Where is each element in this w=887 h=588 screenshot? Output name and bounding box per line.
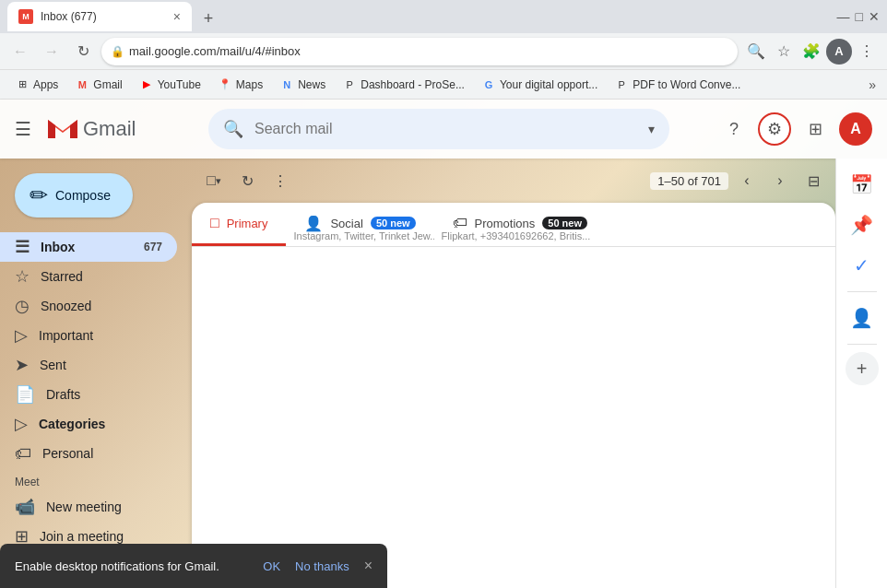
toolbar-icons: 🔍 ☆ 🧩 A ⋮ [743, 39, 880, 65]
bookmark-maps[interactable]: 📍 Maps [210, 74, 270, 96]
prev-page-button[interactable]: ‹ [732, 166, 762, 195]
notification-close-button[interactable]: × [364, 558, 373, 574]
promotions-tab-sub: Flipkart, +393401692662, Britis... [442, 230, 591, 241]
tab-primary[interactable]: □ Primary [192, 203, 286, 246]
user-avatar[interactable]: A [839, 112, 872, 146]
help-button[interactable]: ? [717, 112, 751, 146]
sidebar-item-new-meeting[interactable]: 📹 New meeting [0, 492, 177, 522]
search-dropdown-icon[interactable]: ▾ [648, 122, 655, 136]
sidebar-item-drafts[interactable]: 📄 Drafts [0, 380, 177, 409]
notification-ok-button[interactable]: OK [263, 559, 280, 573]
inbox-panel: □ Primary 👤 Social 50 new Instagram, Twi… [192, 203, 835, 588]
minimize-button[interactable]: — [837, 9, 850, 24]
extensions-button[interactable]: 🧩 [798, 39, 824, 65]
address-bar[interactable] [101, 38, 738, 65]
drafts-label: Drafts [46, 387, 162, 402]
bookmark-google-label: Your digital opport... [500, 78, 597, 91]
maps-icon: 📍 [218, 77, 232, 92]
important-label: Important [39, 328, 162, 343]
notification-no-button[interactable]: No thanks [295, 559, 349, 573]
gmail-logo-icon [46, 116, 79, 142]
close-window-button[interactable]: ✕ [869, 9, 880, 24]
inbox-count: 677 [144, 241, 162, 253]
apps-grid-button[interactable]: ⊞ [798, 112, 832, 146]
news-icon: N [279, 77, 294, 92]
help-icon: ? [729, 120, 739, 139]
select-all-button[interactable]: □ ▾ [199, 166, 229, 195]
tab-social[interactable]: 👤 Social 50 new Instagram, Twitter, Trin… [286, 203, 433, 246]
sidebar-item-categories[interactable]: ▷ Categories [0, 409, 177, 439]
sidebar-item-starred[interactable]: ☆ Starred [0, 262, 177, 291]
sidebar-item-personal[interactable]: 🏷 Personal [0, 439, 177, 468]
calendar-icon: 📅 [850, 173, 873, 195]
reload-button[interactable]: ↻ [70, 39, 96, 65]
maximize-button[interactable]: □ [856, 9, 863, 24]
select-dropdown-icon: ▾ [216, 175, 221, 187]
new-tab-button[interactable]: + [195, 6, 221, 31]
apps-grid-icon: ⊞ [809, 119, 822, 139]
settings-button[interactable]: ⚙ [758, 112, 791, 146]
primary-tab-icon: □ [210, 215, 219, 231]
tab-close-button[interactable]: × [173, 9, 181, 24]
bookmarks-more-button[interactable]: » [865, 74, 880, 96]
bookmark-pdf-label: PDF to Word Conve... [633, 78, 740, 91]
gmail-search-bar[interactable]: 🔍 ▾ [208, 109, 669, 149]
browser-toolbar: ← → ↻ 🔒 🔍 ☆ 🧩 A ⋮ [0, 33, 887, 70]
important-icon: ▷ [15, 325, 28, 346]
inbox-icon: ☰ [15, 237, 30, 257]
compose-button[interactable]: ✏ Compose [15, 173, 133, 218]
address-bar-wrap: 🔒 [101, 38, 738, 65]
keep-button[interactable]: 📌 [844, 206, 881, 243]
forward-button[interactable]: → [39, 39, 65, 65]
bookmark-dashboard[interactable]: P Dashboard - ProSe... [335, 74, 472, 96]
back-button[interactable]: ← [7, 39, 33, 65]
sidebar-item-snoozed[interactable]: ◷ Snoozed [0, 291, 177, 321]
sidebar-item-important[interactable]: ▷ Important [0, 321, 177, 350]
page-info: 1–50 of 701 [650, 172, 728, 190]
browser-profile-avatar[interactable]: A [826, 39, 852, 65]
contacts-button[interactable]: 👤 [844, 300, 881, 336]
more-options-button[interactable]: ⋮ [266, 166, 295, 195]
search-input[interactable] [254, 121, 637, 137]
bookmark-gmail[interactable]: M Gmail [67, 74, 129, 96]
left-sidebar: ✏ Compose ☰ Inbox 677 ☆ Starred ◷ Snooze… [0, 159, 192, 588]
categories-expand-icon: ▷ [15, 414, 28, 434]
bookmark-pdf[interactable]: P PDF to Word Conve... [607, 74, 748, 96]
sent-label: Sent [40, 358, 162, 372]
sidebar-item-inbox[interactable]: ☰ Inbox 677 [0, 232, 177, 262]
gmail-logo: Gmail [46, 116, 194, 142]
bookmark-youtube-label: YouTube [158, 78, 201, 91]
search-icon: 🔍 [223, 119, 243, 139]
email-toolbar: □ ▾ ↻ ⋮ 1–50 of 701 ‹ › ⊟ [192, 159, 835, 203]
bookmark-maps-label: Maps [236, 78, 263, 91]
starred-icon: ☆ [15, 266, 30, 287]
bookmark-news-label: News [298, 78, 325, 91]
tab-favicon: M [18, 9, 33, 24]
active-tab[interactable]: M Inbox (677) × [7, 2, 192, 31]
promotions-badge: 50 new [542, 217, 587, 229]
settings-icon: ⚙ [767, 119, 782, 139]
calendar-button[interactable]: 📅 [844, 166, 881, 203]
bookmark-button[interactable]: ☆ [771, 39, 797, 65]
bookmark-news[interactable]: N News [272, 74, 333, 96]
bookmark-google[interactable]: G Your digital opport... [474, 74, 605, 96]
gmail-menu-button[interactable]: ☰ [15, 118, 31, 140]
add-icon: + [857, 359, 868, 380]
search-extension-button[interactable]: 🔍 [743, 39, 769, 65]
sidebar-item-sent[interactable]: ➤ Sent [0, 350, 177, 380]
social-badge: 50 new [371, 217, 416, 229]
reload-button[interactable]: ↻ [232, 166, 262, 195]
snoozed-icon: ◷ [15, 296, 30, 316]
tasks-button[interactable]: ✓ [844, 247, 881, 284]
next-page-button[interactable]: › [765, 166, 795, 195]
bookmark-apps[interactable]: ⊞ Apps [7, 74, 65, 96]
add-app-button[interactable]: + [846, 352, 879, 385]
categories-label: Categories [39, 417, 162, 431]
bookmark-youtube[interactable]: ▶ YouTube [132, 74, 208, 96]
join-meeting-label: Join a meeting [40, 529, 162, 544]
tab-bar: M Inbox (677) × + [7, 2, 834, 31]
main-content: □ ▾ ↻ ⋮ 1–50 of 701 ‹ › ⊟ □ Primary 👤 So [192, 159, 835, 588]
view-options-button[interactable]: ⊟ [798, 166, 828, 195]
browser-menu-button[interactable]: ⋮ [854, 39, 880, 65]
tab-promotions[interactable]: 🏷 Promotions 50 new Flipkart, +393401692… [434, 203, 606, 246]
